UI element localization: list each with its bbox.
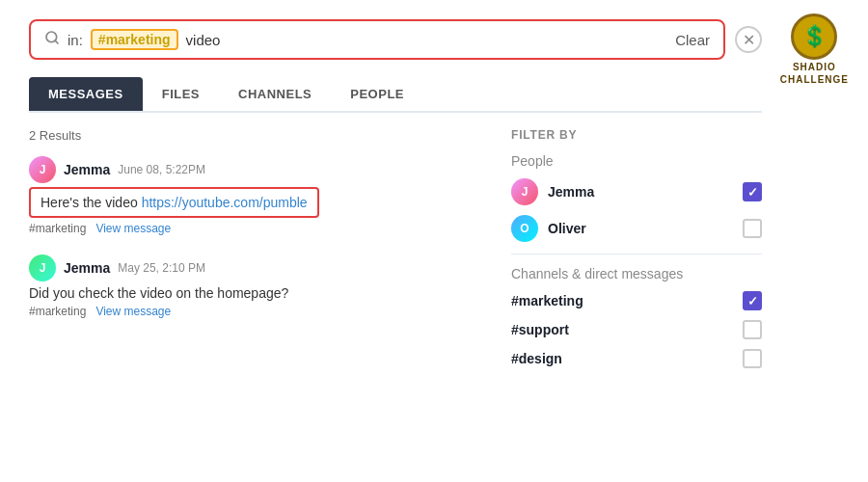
filter-channel-marketing: #marketing <box>511 291 762 310</box>
filter-channel-support: #support <box>511 320 762 339</box>
result-item-2: J Jemma May 25, 2:10 PM Did you check th… <box>29 254 482 318</box>
tab-channels[interactable]: CHANNELS <box>219 77 331 111</box>
close-search-button[interactable]: ✕ <box>735 26 762 53</box>
result-username-1: Jemma <box>64 162 110 177</box>
search-bar-wrapper: in: #marketing video Clear ✕ <box>29 19 762 60</box>
filter-channel-name-marketing: #marketing <box>511 293 733 308</box>
checkbox-marketing[interactable] <box>743 291 762 310</box>
result-header-1: J Jemma June 08, 5:22PM <box>29 156 482 183</box>
result-header-2: J Jemma May 25, 2:10 PM <box>29 254 482 281</box>
avatar-filter-jemma: J <box>511 178 538 205</box>
checkbox-oliver[interactable] <box>743 219 762 238</box>
logo-text-top: SHADIO <box>793 62 836 72</box>
result-item-1: J Jemma June 08, 5:22PM Here's the video… <box>29 156 482 235</box>
result-date-2: May 25, 2:10 PM <box>118 261 205 275</box>
results-count: 2 Results <box>29 128 482 143</box>
filter-channel-design: #design <box>511 349 762 368</box>
filter-person-oliver: O Oliver <box>511 215 762 242</box>
avatar-jemma-1: J <box>29 156 56 183</box>
logo-text-bottom: CHALLENGE <box>780 74 849 85</box>
results-panel: 2 Results J Jemma June 08, 5:22PM Here's… <box>29 128 482 378</box>
filter-divider <box>511 254 762 254</box>
result-message-link-1[interactable]: https://youtube.com/pumble <box>142 195 308 210</box>
result-message-text-1: Here's the video <box>41 195 142 210</box>
checkbox-design[interactable] <box>743 349 762 368</box>
search-in-label: in: <box>68 32 83 48</box>
logo-symbol: 💲 <box>801 24 827 49</box>
filter-channel-name-support: #support <box>511 322 733 337</box>
result-channel-1: #marketing <box>29 222 86 235</box>
content-layout: 2 Results J Jemma June 08, 5:22PM Here's… <box>29 128 762 378</box>
logo-icon: 💲 <box>791 13 837 60</box>
tab-people[interactable]: PEOPLE <box>331 77 423 111</box>
search-tag[interactable]: #marketing <box>91 29 178 50</box>
filter-title: FILTER BY <box>511 128 762 142</box>
tab-messages[interactable]: MESSAGES <box>29 77 143 111</box>
result-footer-1: #marketing View message <box>29 222 482 235</box>
filter-people-title: People <box>511 153 762 169</box>
result-username-2: Jemma <box>64 260 110 276</box>
avatar-jemma-2: J <box>29 254 56 281</box>
search-bar[interactable]: in: #marketing video Clear <box>29 19 725 60</box>
filter-name-jemma: Jemma <box>548 184 733 200</box>
result-message-plain-2: Did you check the video on the homepage? <box>29 285 482 301</box>
checkbox-support[interactable] <box>743 320 762 339</box>
view-message-link-2[interactable]: View message <box>95 305 171 318</box>
logo-area: 💲 SHADIO CHALLENGE <box>780 13 849 85</box>
close-icon: ✕ <box>743 31 755 49</box>
filter-person-jemma: J Jemma <box>511 178 762 205</box>
result-date-1: June 08, 5:22PM <box>118 163 205 176</box>
view-message-link-1[interactable]: View message <box>95 222 171 235</box>
filter-panel: FILTER BY People J Jemma O Oliver Channe… <box>511 128 762 378</box>
search-tabs: MESSAGES FILES CHANNELS PEOPLE <box>29 77 762 113</box>
svg-line-1 <box>55 40 58 43</box>
avatar-filter-oliver: O <box>511 215 538 242</box>
clear-button[interactable]: Clear <box>675 32 710 48</box>
tab-files[interactable]: FILES <box>143 77 219 111</box>
result-channel-2: #marketing <box>29 305 86 318</box>
filter-name-oliver: Oliver <box>548 221 733 236</box>
checkbox-jemma[interactable] <box>743 182 762 201</box>
search-query: video <box>186 32 221 48</box>
filter-channel-name-design: #design <box>511 351 733 366</box>
search-icon <box>44 30 60 49</box>
filter-channels-title: Channels & direct messages <box>511 266 762 281</box>
result-footer-2: #marketing View message <box>29 305 482 318</box>
result-message-box-1: Here's the video https://youtube.com/pum… <box>29 187 319 218</box>
